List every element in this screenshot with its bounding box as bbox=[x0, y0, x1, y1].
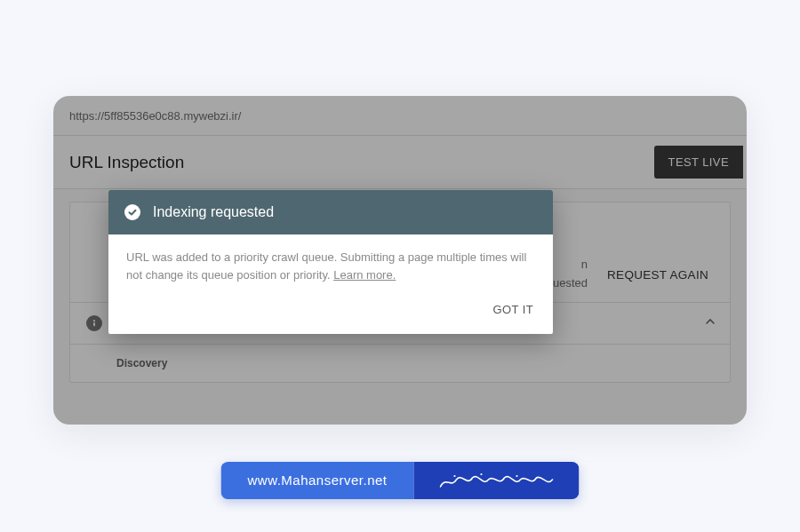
dialog-title: Indexing requested bbox=[153, 204, 274, 220]
svg-point-3 bbox=[480, 473, 482, 475]
got-it-button[interactable]: GOT IT bbox=[490, 298, 538, 322]
footer-logo bbox=[414, 462, 580, 499]
check-circle-icon bbox=[124, 204, 140, 220]
dialog-body-text: URL was added to a priority crawl queue.… bbox=[126, 250, 526, 282]
footer-badge: www.Mahanserver.net bbox=[220, 462, 579, 499]
indexing-dialog: Indexing requested URL was added to a pr… bbox=[108, 190, 553, 334]
svg-point-2 bbox=[453, 475, 455, 477]
dialog-body: URL was added to a priority crawl queue.… bbox=[108, 234, 553, 292]
learn-more-link[interactable]: Learn more. bbox=[333, 268, 396, 282]
footer-url: www.Mahanserver.net bbox=[220, 462, 413, 499]
svg-point-4 bbox=[516, 475, 517, 477]
dialog-actions: GOT IT bbox=[108, 292, 553, 334]
dialog-header: Indexing requested bbox=[108, 190, 553, 234]
